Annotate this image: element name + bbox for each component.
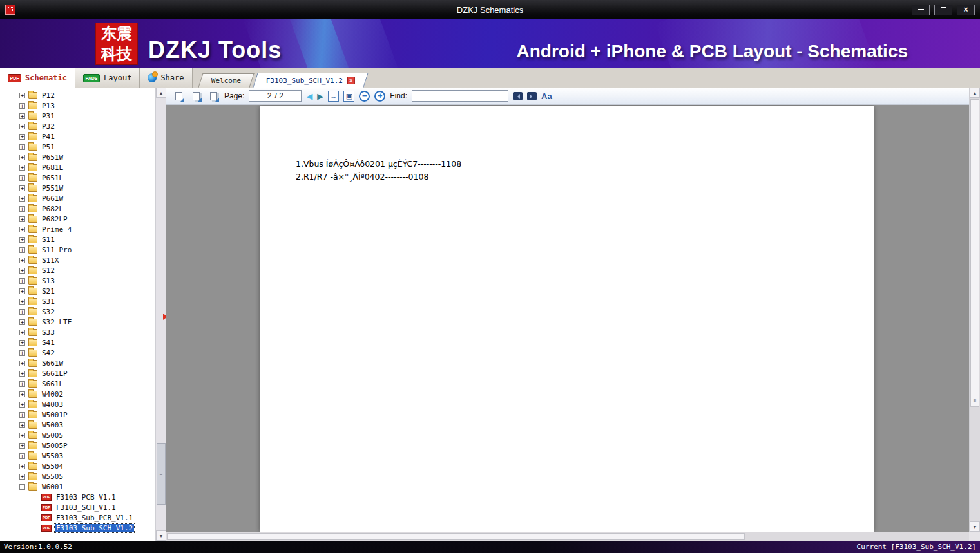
tree-toggle-icon[interactable]: + bbox=[19, 165, 25, 171]
tree-item-document[interactable]: PDFF3103_PCB_V1.1 bbox=[0, 492, 155, 502]
tree-toggle-icon[interactable]: + bbox=[19, 402, 25, 408]
tree-toggle-icon[interactable]: + bbox=[19, 361, 25, 366]
tree-toggle-icon[interactable]: + bbox=[19, 144, 25, 150]
tree-item-folder[interactable]: -W6001 bbox=[0, 482, 155, 492]
tree-toggle-icon[interactable]: + bbox=[19, 433, 25, 438]
fit-page-icon[interactable]: ▣ bbox=[343, 91, 354, 102]
tree-item-folder[interactable]: +S33 bbox=[0, 327, 155, 337]
tree-toggle-icon[interactable]: + bbox=[19, 391, 25, 397]
tree-toggle-icon[interactable]: + bbox=[19, 237, 25, 243]
tree-item-folder[interactable]: +S661L bbox=[0, 379, 155, 389]
tree-item-folder[interactable]: +P41 bbox=[0, 131, 155, 142]
tree-toggle-icon[interactable]: + bbox=[19, 412, 25, 418]
tree-item-folder[interactable]: +S11 bbox=[0, 234, 155, 245]
tree-toggle-icon[interactable]: + bbox=[19, 258, 25, 263]
tree-item-folder[interactable]: +P682L bbox=[0, 203, 155, 214]
tree-item-folder[interactable]: +P13 bbox=[0, 100, 155, 111]
tree-toggle-icon[interactable]: + bbox=[19, 474, 25, 480]
tree-item-folder[interactable]: +P681L bbox=[0, 162, 155, 173]
find-next-icon[interactable] bbox=[527, 92, 537, 100]
tree-toggle-icon[interactable]: + bbox=[19, 113, 25, 119]
tree-item-folder[interactable]: +S661LP bbox=[0, 368, 155, 379]
tree-item-folder[interactable]: +W5503 bbox=[0, 451, 155, 461]
tree-toggle-icon[interactable]: + bbox=[19, 103, 25, 109]
tree-item-folder[interactable]: +S11X bbox=[0, 255, 155, 265]
tree-toggle-icon[interactable]: + bbox=[19, 330, 25, 335]
tree-toggle-icon[interactable]: - bbox=[19, 484, 25, 490]
tree-item-folder[interactable]: +S661W bbox=[0, 358, 155, 368]
single-page-view-icon[interactable] bbox=[172, 89, 185, 102]
tree-item-folder[interactable]: +W5005 bbox=[0, 430, 155, 440]
continuous-view-icon[interactable] bbox=[207, 89, 220, 102]
tree-toggle-icon[interactable]: + bbox=[19, 216, 25, 222]
facing-page-view-icon[interactable] bbox=[189, 89, 202, 102]
find-input[interactable] bbox=[412, 90, 508, 102]
tree-item-document[interactable]: PDFF3103_Sub_PCB_V1.1 bbox=[0, 512, 155, 523]
scroll-up-icon[interactable]: ▲ bbox=[970, 88, 980, 98]
tree-item-folder[interactable]: +S21 bbox=[0, 286, 155, 296]
tree-item-folder[interactable]: +W5505 bbox=[0, 471, 155, 482]
tree-item-folder[interactable]: +W5001P bbox=[0, 409, 155, 420]
tree-item-folder[interactable]: +S42 bbox=[0, 348, 155, 358]
tree-toggle-icon[interactable]: + bbox=[19, 93, 25, 98]
tree-item-folder[interactable]: +W4003 bbox=[0, 399, 155, 409]
tree-toggle-icon[interactable]: + bbox=[19, 227, 25, 232]
tree-item-folder[interactable]: +S13 bbox=[0, 276, 155, 286]
tree-toggle-icon[interactable]: + bbox=[19, 124, 25, 129]
tree-item-document[interactable]: PDFF3103_Sub_SCH_V1.2 bbox=[0, 523, 155, 533]
fit-width-icon[interactable]: ↔ bbox=[328, 91, 339, 102]
tree-item-folder[interactable]: +P31 bbox=[0, 111, 155, 121]
scroll-down-icon[interactable]: ▼ bbox=[970, 521, 980, 532]
tree-item-folder[interactable]: +P551W bbox=[0, 183, 155, 193]
tree-toggle-icon[interactable]: + bbox=[19, 268, 25, 274]
doc-tab[interactable]: Welcome bbox=[198, 73, 255, 88]
tree-toggle-icon[interactable]: + bbox=[19, 196, 25, 202]
scroll-down-icon[interactable]: ▼ bbox=[156, 530, 166, 541]
tree-toggle-icon[interactable]: + bbox=[19, 175, 25, 181]
tree-item-folder[interactable]: +W5003 bbox=[0, 420, 155, 430]
minimize-button[interactable] bbox=[912, 5, 930, 15]
horizontal-scroll-thumb[interactable] bbox=[167, 533, 745, 540]
sidebar-scroll-thumb[interactable]: ≡ bbox=[157, 443, 166, 505]
next-page-button[interactable]: ▶ bbox=[317, 92, 323, 100]
tree-toggle-icon[interactable]: + bbox=[19, 309, 25, 315]
tree-item-folder[interactable]: +W5504 bbox=[0, 461, 155, 471]
tree-item-folder[interactable]: +S32 bbox=[0, 306, 155, 317]
tree-item-folder[interactable]: +S11 Pro bbox=[0, 245, 155, 255]
tree-item-folder[interactable]: +Prime 4 bbox=[0, 224, 155, 234]
document-vertical-scrollbar[interactable]: ▲ ≡ ▼ bbox=[969, 88, 980, 532]
tree-item-folder[interactable]: +P651L bbox=[0, 173, 155, 183]
match-case-icon[interactable]: Aa bbox=[541, 92, 552, 100]
page-number-input[interactable]: 2 / 2 bbox=[249, 90, 302, 102]
document-scroll-thumb[interactable]: ≡ bbox=[970, 99, 979, 407]
tree-item-folder[interactable]: +S31 bbox=[0, 296, 155, 306]
tab-schematic[interactable]: PDF Schematic bbox=[0, 68, 75, 88]
zoom-in-button[interactable]: + bbox=[374, 91, 385, 102]
document-horizontal-scrollbar[interactable] bbox=[166, 532, 969, 541]
tree-toggle-icon[interactable]: + bbox=[19, 319, 25, 325]
scroll-up-icon[interactable]: ▲ bbox=[156, 88, 166, 98]
tree-item-folder[interactable]: +S32 LTE bbox=[0, 317, 155, 327]
tree-toggle-icon[interactable]: + bbox=[19, 288, 25, 294]
tree-item-folder[interactable]: +P12 bbox=[0, 90, 155, 100]
tree-item-folder[interactable]: +P661W bbox=[0, 193, 155, 203]
tree-toggle-icon[interactable]: + bbox=[19, 185, 25, 191]
tab-layout[interactable]: PADS Layout bbox=[75, 68, 140, 88]
previous-page-button[interactable]: ◀ bbox=[306, 92, 312, 100]
tree-item-folder[interactable]: +W4002 bbox=[0, 389, 155, 399]
tree-toggle-icon[interactable]: + bbox=[19, 371, 25, 377]
tree-toggle-icon[interactable]: + bbox=[19, 134, 25, 140]
tree-toggle-icon[interactable]: + bbox=[19, 278, 25, 284]
zoom-out-button[interactable]: − bbox=[359, 91, 370, 102]
tree-item-folder[interactable]: +P651W bbox=[0, 152, 155, 162]
tree-item-folder[interactable]: +S41 bbox=[0, 337, 155, 348]
tree-item-folder[interactable]: +P51 bbox=[0, 142, 155, 152]
tree-toggle-icon[interactable]: + bbox=[19, 381, 25, 387]
tree-item-folder[interactable]: +W5005P bbox=[0, 440, 155, 451]
tree-item-folder[interactable]: +P32 bbox=[0, 121, 155, 131]
tree-item-folder[interactable]: +S12 bbox=[0, 265, 155, 276]
tab-share[interactable]: Share bbox=[140, 68, 192, 88]
find-previous-icon[interactable] bbox=[513, 92, 523, 100]
tree-toggle-icon[interactable]: + bbox=[19, 464, 25, 469]
tree-toggle-icon[interactable]: + bbox=[19, 453, 25, 459]
